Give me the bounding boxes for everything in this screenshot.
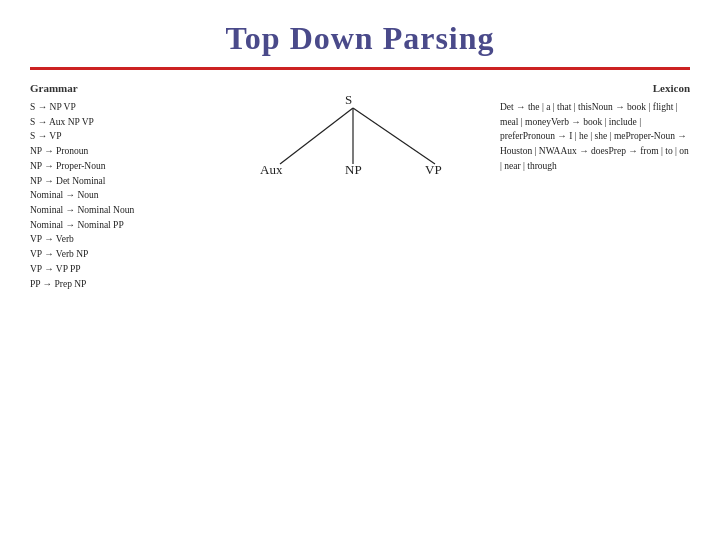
lexicon-section: Lexicon Det → the | a | that | thisNoun …: [490, 82, 690, 291]
grammar-rule: Nominal → Nominal PP: [30, 218, 230, 233]
divider-line: [30, 67, 690, 70]
tree-node-Aux: Aux: [260, 162, 282, 178]
tree-node-S: S: [345, 92, 352, 108]
grammar-rule: PP → Prep NP: [30, 277, 230, 292]
grammar-rule: NP → Pronoun: [30, 144, 230, 159]
lexicon-rule: Pronoun → I | he | she | me: [523, 131, 626, 141]
grammar-rule: VP → VP PP: [30, 262, 230, 277]
lexicon-rules: Det → the | a | that | thisNoun → book |…: [500, 100, 690, 174]
lexicon-rule: Aux → does: [560, 146, 608, 156]
tree-node-NP: NP: [345, 162, 362, 178]
tree-diagram: S Aux NP VP: [230, 82, 490, 291]
lexicon-label: Lexicon: [500, 82, 690, 94]
grammar-rules: S → NP VPS → Aux NP VPS → VPNP → Pronoun…: [30, 100, 230, 291]
page-title: Top Down Parsing: [30, 20, 690, 57]
grammar-rule: Nominal → Nominal Noun: [30, 203, 230, 218]
grammar-rule: VP → Verb: [30, 232, 230, 247]
lexicon-rule: Det → the | a | that | this: [500, 102, 592, 112]
grammar-rule: S → NP VP: [30, 100, 230, 115]
grammar-rule: VP → Verb NP: [30, 247, 230, 262]
grammar-label: Grammar: [30, 82, 230, 94]
grammar-section: Grammar S → NP VPS → Aux NP VPS → VPNP →…: [30, 82, 230, 291]
grammar-rule: NP → Proper-Noun: [30, 159, 230, 174]
grammar-rule: S → VP: [30, 129, 230, 144]
grammar-rule: Nominal → Noun: [30, 188, 230, 203]
svg-line-0: [280, 108, 353, 164]
grammar-rule: NP → Det Nominal: [30, 174, 230, 189]
svg-line-2: [353, 108, 435, 164]
grammar-rule: S → Aux NP VP: [30, 115, 230, 130]
tree-node-VP: VP: [425, 162, 442, 178]
